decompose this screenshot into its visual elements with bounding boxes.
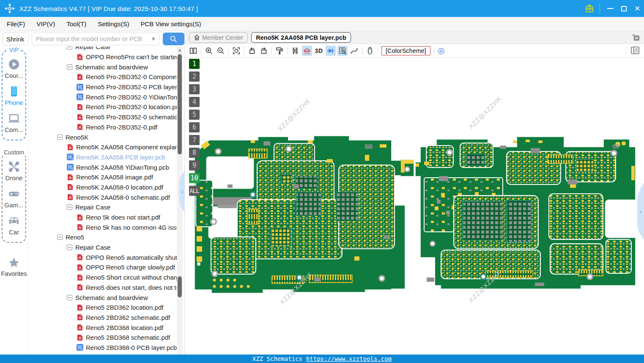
layer-button-6[interactable]: 6	[189, 122, 200, 132]
sidebar-item-gam[interactable]: Gam...	[4, 187, 23, 209]
collapse-minus-icon[interactable]	[57, 135, 63, 140]
scrollbar-thumb-upper[interactable]	[178, 54, 182, 154]
layer-button-all[interactable]: ALL	[189, 186, 200, 196]
fit-view-button[interactable]	[231, 46, 241, 56]
tree-folder[interactable]: Repair Case	[28, 202, 177, 212]
zoom-in-button[interactable]	[204, 46, 214, 56]
tree-file[interactable]: AOPPO Reno5 charge slowly.pdf	[28, 262, 177, 272]
diode-mode-button[interactable]	[326, 46, 336, 56]
menu-item-tool[interactable]: Tool(T)	[67, 20, 87, 28]
tree-folder[interactable]: Reno5K	[28, 132, 177, 142]
mouse-settings-button[interactable]	[365, 46, 375, 56]
tree-folder[interactable]: Repair Case	[28, 47, 177, 52]
tree-file[interactable]: Reno5 Pro-2BD352-0 YiDianTong.pcb	[28, 92, 177, 102]
scrollbar-thumb-lower[interactable]	[178, 276, 182, 297]
tree-folder[interactable]: Repair Case	[28, 242, 177, 253]
layer-button-7[interactable]: 7	[189, 135, 200, 145]
color-scheme-button[interactable]: [ColorScheme]	[381, 46, 430, 55]
lamp-button[interactable]	[302, 46, 312, 56]
tree-file[interactable]: AReno5 2BD368 schematic.pdf	[28, 333, 177, 343]
sidebar-item-phone[interactable]: Phone	[5, 85, 23, 106]
tab-active-pcb[interactable]: Reno5K 2AA058 PCB layer.pcb	[251, 32, 351, 43]
search-input[interactable]	[36, 36, 151, 42]
close-all-tabs-icon[interactable]	[632, 34, 640, 41]
tree-folder[interactable]: Reno5	[28, 232, 177, 242]
tree-file[interactable]: AReno5K 2AA058-0 schematic.pdf	[28, 192, 177, 202]
collapse-minus-icon[interactable]	[67, 64, 72, 70]
tree-item-label: Reno 5k has no common 4G issue.pdf	[86, 224, 177, 231]
collapse-minus-icon[interactable]	[67, 295, 72, 300]
tree-file[interactable]: Reno5 Pro-2BD352-0 PCB layer.pcb	[28, 82, 177, 92]
mirror-button[interactable]	[290, 46, 300, 56]
tree-file[interactable]: AReno5 does not start, does not turn on.…	[28, 283, 177, 293]
tree-file[interactable]: AReno5 2BD362 schematic.pdf	[28, 313, 177, 323]
split-view-button[interactable]	[188, 46, 198, 56]
tree-file[interactable]: AReno5 Pro-2BD352-0 Component explanatio…	[28, 72, 177, 82]
brush-button[interactable]	[274, 46, 285, 56]
menu-item-pcb-view-settings[interactable]: PCB View settings(S)	[140, 20, 201, 28]
tree-file[interactable]: AReno 5k does not start.pdf	[28, 212, 177, 223]
menu-item-settings[interactable]: Settings(S)	[98, 20, 129, 28]
collapse-minus-icon[interactable]	[67, 47, 72, 50]
layer-button-2[interactable]: 2	[189, 72, 200, 82]
sidebar-item-cour[interactable]: Cour...	[5, 58, 23, 79]
tree-folder[interactable]: Schematic and boardview	[28, 292, 177, 302]
zoom-out-button[interactable]	[216, 46, 226, 56]
tree-file[interactable]: AReno5K 2AA058 image.pdf	[28, 172, 177, 182]
menu-item-file[interactable]: File(F)	[7, 20, 25, 28]
search-box[interactable]: ▼	[32, 33, 159, 45]
layer-button-10[interactable]: 10	[189, 173, 200, 183]
sidebar-item-com[interactable]: Com...	[5, 112, 23, 133]
tree-file[interactable]: Reno5 2BD368-0 PCB layer.pcb	[28, 343, 177, 353]
chevron-down-icon[interactable]: ▼	[151, 36, 156, 42]
tree-file[interactable]: Reno5K 2AA058 YiDianTong.pcb	[28, 162, 177, 172]
tree-file[interactable]: AReno5 Short circuit without charging.pd…	[28, 272, 177, 283]
layer-button-3[interactable]: 3	[189, 84, 200, 94]
collapse-minus-icon[interactable]	[67, 204, 72, 210]
tree-file[interactable]: AReno5 2BD362 location.pdf	[28, 302, 177, 313]
rotate-left-button[interactable]	[247, 46, 257, 56]
tree-file[interactable]: AReno 5k has no common 4G issue.pdf	[28, 222, 177, 232]
shrink-button[interactable]: Shrink	[2, 33, 29, 45]
pcb-canvas[interactable]: XZZ@XZZHK XZZ@XZZHK	[185, 58, 644, 355]
layer-button-9[interactable]: 9	[189, 160, 200, 170]
tree-file[interactable]: AReno5K 2AA058 Component explanation.pdf	[28, 142, 177, 152]
panel-toggle-icon[interactable]	[630, 46, 640, 55]
rotate-right-button[interactable]	[259, 46, 269, 56]
tree-folder[interactable]: Schematic and boardview	[28, 62, 177, 72]
sidebar-item-car[interactable]: Car	[8, 214, 20, 236]
tree-file[interactable]: AReno5 Pro-2BD352-0 schematic.pdf	[28, 112, 177, 122]
collapse-minus-icon[interactable]	[57, 234, 63, 240]
status-url[interactable]: https://www.xzztools.com	[306, 355, 392, 362]
license-lock-icon[interactable]	[584, 3, 595, 14]
tree-file[interactable]: AReno5 2BD368 location.pdf	[28, 322, 177, 333]
curve-tool-button[interactable]	[349, 46, 359, 56]
pcb-board-right[interactable]	[416, 137, 638, 289]
pcb-file-icon	[77, 344, 83, 351]
close-button[interactable]: ✕	[630, 3, 644, 14]
tree-file[interactable]: AOPPO Reno5Pro can't be started.pdf	[28, 52, 177, 62]
collapse-minus-icon[interactable]	[67, 245, 72, 250]
tree-file[interactable]: AReno5K 2AA058-0 location.pdf	[28, 182, 177, 192]
search-button[interactable]	[163, 33, 184, 45]
layer-button-4[interactable]: 4	[189, 97, 200, 107]
pdf-file-icon: A	[77, 114, 83, 121]
layer-button-1[interactable]: 1	[189, 59, 200, 69]
eye-target-icon[interactable]: ◎	[438, 47, 445, 55]
sidebar-item-drone[interactable]: Drone	[5, 160, 23, 182]
layer-button-5[interactable]: 5	[189, 110, 200, 120]
sidebar-item-favorites[interactable]: Favorites	[1, 256, 27, 277]
menu-item-vip[interactable]: VIP(V)	[36, 20, 55, 28]
maximize-button[interactable]	[617, 3, 630, 14]
layer-button-8[interactable]: 8	[189, 148, 200, 158]
measure-button[interactable]	[337, 46, 348, 56]
tree-file[interactable]: AReno5 Pro-2BD352-0 location.pdf	[28, 102, 177, 112]
tree-file[interactable]: AOPPO Reno5 automatically shutdown.pdf	[28, 252, 177, 262]
view-3d-button[interactable]: 3D	[314, 46, 324, 56]
tab-member-center[interactable]: Member Center	[189, 32, 248, 43]
tree-file[interactable]: AReno5 Pro-2BD352-0.pdf	[28, 122, 177, 132]
tree-file[interactable]: Reno5K 2AA058 PCB layer.pcb	[28, 152, 177, 162]
pcb-board-left[interactable]	[195, 136, 414, 293]
scroll-up-icon[interactable]: ▲	[177, 47, 183, 52]
minimize-button[interactable]	[603, 3, 617, 14]
